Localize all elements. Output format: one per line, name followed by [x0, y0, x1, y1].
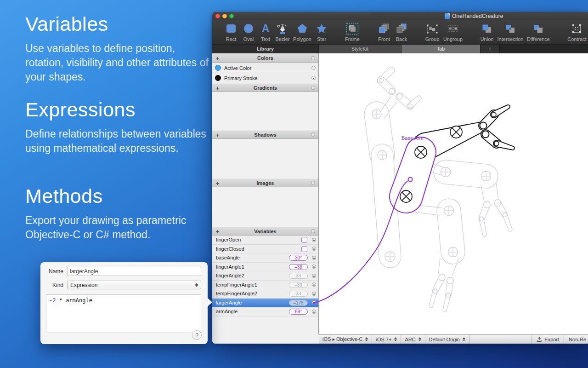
window-title: OneHandedCreature [452, 13, 503, 19]
document-icon [445, 13, 450, 19]
toolbar: Rect Oval A Text Bezier [212, 20, 588, 45]
color-row-active-color[interactable]: Active Color [212, 63, 318, 73]
tool-star[interactable]: Star [308, 22, 335, 42]
primary-stroke-swatch[interactable] [215, 75, 221, 81]
variable-target-radio[interactable] [312, 256, 316, 260]
add-color-button[interactable]: + [216, 55, 220, 62]
hero-body-variables: Use variables to define position, rotati… [25, 41, 214, 84]
library-header: Library [212, 45, 319, 53]
hero-title-expressions: Expressions [25, 98, 214, 121]
difference-icon [525, 22, 552, 36]
variable-value-pill[interactable]: 33 [289, 291, 308, 297]
tool-intersection[interactable]: Intersection [497, 22, 524, 42]
variable-value-pill[interactable]: 33 [289, 273, 308, 279]
variable-row-baseAngle[interactable]: baseAngle 30° [212, 253, 318, 263]
stepper-icon [195, 283, 198, 287]
variable-row-fingerOpen[interactable]: fingerOpen [212, 236, 318, 245]
app-window: OneHandedCreature Rect Oval A Text [212, 12, 588, 344]
star-icon [308, 22, 335, 36]
variable-target-radio[interactable] [312, 264, 316, 269]
add-variable-button[interactable]: + [216, 228, 220, 235]
shadows-section-radio[interactable] [311, 132, 315, 137]
tool-ungroup[interactable]: Ungroup [440, 22, 466, 42]
panel-callout-arrow [208, 298, 212, 306]
name-label: Name [46, 268, 63, 275]
tool-union[interactable]: Union [474, 22, 500, 42]
color-target-radio[interactable] [311, 76, 316, 80]
close-button[interactable] [215, 14, 220, 18]
back-icon [388, 22, 415, 36]
variable-value-pill[interactable]: –178 [289, 300, 308, 306]
zoom-button[interactable] [229, 14, 234, 18]
variable-value-pill[interactable]: 30° [289, 255, 308, 261]
origin-dropdown[interactable]: Default Origin [425, 335, 469, 344]
add-gradient-button[interactable]: + [216, 84, 220, 91]
active-color-swatch[interactable] [215, 65, 221, 71]
intersection-icon [497, 22, 524, 36]
non-retained-dropdown[interactable]: Non-Re [564, 335, 588, 344]
tool-contract[interactable]: Contract [564, 22, 588, 42]
color-target-radio[interactable] [311, 66, 316, 70]
variable-target-radio[interactable] [312, 310, 316, 314]
variable-target-radio[interactable] [312, 274, 316, 278]
variable-target-radio[interactable] [312, 238, 316, 242]
variables-section-radio[interactable] [311, 229, 315, 233]
images-section-header[interactable]: + Images [212, 178, 318, 187]
creature-drawing[interactable]: Base Arm [319, 53, 588, 334]
ungroup-icon [440, 22, 466, 36]
variable-value-pill[interactable]: –33 [289, 264, 308, 270]
images-section-radio[interactable] [311, 181, 315, 185]
tab-stylekit[interactable]: StyleKit [319, 45, 401, 53]
kind-dropdown[interactable]: Expression [67, 281, 201, 289]
variable-row-tempFingerAngle1[interactable]: tempFingerAngle1 –33 [212, 281, 318, 290]
os-version-dropdown[interactable]: iOS 7+ [372, 335, 401, 344]
help-button[interactable]: ? [192, 330, 202, 340]
variable-value-pill[interactable]: 89° [289, 309, 308, 315]
hero-body-expressions: Define relationships between variables u… [25, 127, 214, 155]
variable-inspector-panel: Name Kind Expression -2 * armAngle ? [40, 262, 208, 344]
variable-row-fingerAngle2[interactable]: fingerAngle2 33 [212, 271, 318, 281]
add-image-button[interactable]: + [216, 179, 220, 186]
gradients-section-header[interactable]: + Gradients [212, 83, 318, 92]
stepper-icon [394, 337, 397, 341]
name-field[interactable] [67, 267, 201, 276]
colors-section-header[interactable]: + Colors [212, 53, 318, 63]
stepper-icon [418, 337, 421, 341]
variable-row-armAngle[interactable]: armAngle 89° [212, 307, 318, 316]
add-tab-button[interactable]: + [481, 45, 500, 53]
variable-row-largerAngle[interactable]: largerAngle –178 [212, 299, 318, 308]
colors-section-radio[interactable] [311, 56, 315, 60]
variable-target-radio[interactable] [312, 300, 316, 305]
minimize-button[interactable] [222, 14, 227, 18]
variable-row-fingerAngle1[interactable]: fingerAngle1 –33 [212, 263, 318, 272]
hero-title-methods: Methods [25, 185, 214, 207]
contract-icon [564, 22, 588, 36]
variables-section-header[interactable]: + Variables [212, 227, 318, 236]
union-icon [474, 22, 500, 36]
variable-row-fingerClosed[interactable]: fingerClosed [212, 245, 318, 254]
tab-tab[interactable]: Tab [401, 45, 481, 53]
color-row-primary-stroke[interactable]: Primary Stroke [212, 73, 318, 83]
drawing-canvas[interactable]: Base Arm [319, 53, 588, 334]
status-bar: iOS ▸ Objective-C iOS 7+ ARC Default Ori… [319, 334, 588, 344]
gradients-section-radio[interactable] [311, 86, 315, 90]
variable-value-pill[interactable]: –33 [289, 282, 308, 288]
titlebar: OneHandedCreature [212, 12, 588, 20]
platform-dropdown[interactable]: iOS ▸ Objective-C [319, 335, 372, 344]
variable-target-radio[interactable] [312, 247, 316, 251]
variable-checkbox[interactable] [301, 237, 307, 243]
variable-row-tempFingerAngle2[interactable]: tempFingerAngle2 33 [212, 289, 318, 299]
tool-back[interactable]: Back [388, 22, 415, 42]
svg-text:A: A [262, 23, 270, 34]
arc-dropdown[interactable]: ARC [401, 335, 425, 344]
frame-icon [339, 22, 366, 36]
expression-editor[interactable]: -2 * armAngle [46, 294, 201, 333]
variable-checkbox[interactable] [301, 246, 307, 252]
shadows-section-header[interactable]: + Shadows [212, 130, 318, 139]
export-button[interactable]: Export [531, 335, 564, 344]
variable-target-radio[interactable] [312, 292, 316, 296]
tool-difference[interactable]: Difference [525, 22, 552, 42]
variable-target-radio[interactable] [312, 282, 316, 287]
add-shadow-button[interactable]: + [216, 131, 220, 138]
tool-frame[interactable]: Frame [339, 22, 366, 42]
